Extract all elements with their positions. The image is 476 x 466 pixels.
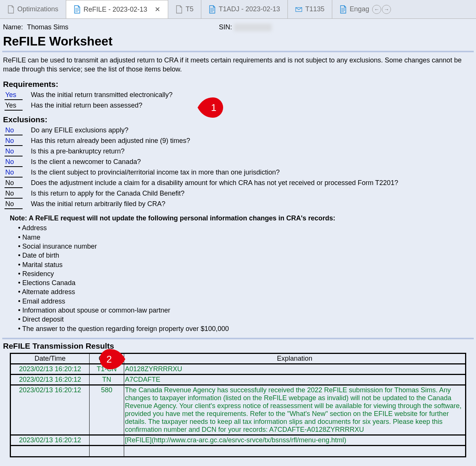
answer-field[interactable]: No <box>5 147 23 156</box>
note-item: Residency <box>18 269 472 278</box>
col-datetime: Date/Time <box>11 353 90 364</box>
cell-explanation: A0128ZYRRRRXU <box>124 364 466 374</box>
note-heading: Note: A ReFILE request will not update t… <box>10 214 335 222</box>
svg-text:2: 2 <box>106 354 112 365</box>
answer-field[interactable]: No <box>5 158 23 167</box>
tab-optimizations[interactable]: Optimizations <box>0 0 66 18</box>
cell-explanation: A7CDAFTE <box>124 374 466 385</box>
note-item: The answer to the question regarding for… <box>18 324 472 333</box>
cell-code <box>90 435 124 445</box>
note-item: Address <box>18 223 472 232</box>
tab-label: ReFILE - 2023-02-13 <box>84 6 147 14</box>
note-item: Date of birth <box>18 251 472 260</box>
document-icon <box>176 5 182 14</box>
note-item: Direct deposit <box>18 315 472 324</box>
note-item: Elections Canada <box>18 278 472 287</box>
cell-datetime: 2023/02/13 16:20:12 <box>11 364 90 374</box>
tab-t1135[interactable]: T1135 <box>288 0 332 18</box>
results-table: Date/Time Code Explanation 2023/02/13 16… <box>10 353 466 457</box>
tab-next-button[interactable]: → <box>382 5 391 14</box>
divider <box>2 51 474 52</box>
table-row: 2023/02/13 16:20:12[ReFILE](http://www.c… <box>11 435 466 445</box>
answer-field: No <box>5 179 23 188</box>
answer-field: No <box>5 190 23 199</box>
tab-label: T1135 <box>305 5 324 13</box>
name-value: Thomas Sims <box>27 23 68 31</box>
answer-field: No <box>5 200 23 209</box>
cell-datetime: 2023/02/13 16:20:12 <box>11 435 90 445</box>
note-item: Information about spouse or common-law p… <box>18 306 472 315</box>
table-row: 2023/02/13 16:20:12TNA7CDAFTE <box>11 374 466 385</box>
annotation-marker-2: 2 <box>97 348 126 370</box>
table-row: 2023/02/13 16:20:12580The Canada Revenue… <box>11 385 466 435</box>
note-item: Social insurance number <box>18 242 472 251</box>
question-text: Was the initial return transmitted elect… <box>31 91 173 99</box>
question-text: Has this return already been adjusted ni… <box>31 137 190 145</box>
cell-explanation: The Canada Revenue Agency has successful… <box>124 385 466 435</box>
cell-code: TN <box>90 374 124 385</box>
sin-label: SIN: <box>219 23 232 31</box>
exclusions-heading: Exclusions: <box>3 115 474 124</box>
question-row: YesHas the initial return been assessed? <box>2 101 474 111</box>
tab-t5[interactable]: T5 <box>168 0 201 18</box>
document-icon <box>8 5 14 14</box>
tab-t1adj[interactable]: T1ADJ - 2023-02-13 <box>201 0 288 18</box>
tab-label: T1ADJ - 2023-02-13 <box>219 5 280 13</box>
question-text: Does the adjustment include a claim for … <box>31 179 398 187</box>
question-row: YesWas the initial return transmitted el… <box>2 90 474 101</box>
answer-field: Yes <box>5 102 23 111</box>
question-text: Is the client subject to provincial/terr… <box>31 168 280 176</box>
divider <box>2 338 474 339</box>
cell-datetime: 2023/02/13 16:20:12 <box>11 385 90 435</box>
answer-field[interactable]: No <box>5 126 23 135</box>
question-text: Is this return to apply for the Canada C… <box>31 190 184 197</box>
cell-code: 580 <box>90 385 124 435</box>
document-lines-icon <box>340 5 347 14</box>
tab-label: Engag <box>350 5 369 13</box>
question-row: NoIs the client a newcomer to Canada? <box>2 157 474 168</box>
table-row: 2023/02/13 16:20:12T1-CNA0128ZYRRRRXU <box>11 364 466 374</box>
question-text: Do any EFILE exclusions apply? <box>31 126 128 134</box>
answer-field[interactable]: No <box>5 137 23 146</box>
question-row: NoIs this a pre-bankruptcy return? <box>2 147 474 157</box>
question-row: NoDoes the adjustment include a claim fo… <box>2 178 474 189</box>
requirements-heading: Requirements: <box>3 80 474 89</box>
note-item: Name <box>18 233 472 242</box>
tab-label: T5 <box>186 5 193 13</box>
annotation-marker-1: 1 <box>196 97 226 118</box>
question-row: NoDo any EFILE exclusions apply? <box>2 126 474 136</box>
name-label: Name: <box>3 23 23 31</box>
note-item: Alternate address <box>18 287 472 296</box>
envelope-icon <box>295 5 302 14</box>
tab-label: Optimizations <box>17 5 58 13</box>
tab-prev-button[interactable]: ← <box>372 5 381 14</box>
tab-engag[interactable]: Engag <box>332 0 371 18</box>
document-lines-icon <box>209 5 216 14</box>
answer-field[interactable]: Yes <box>5 91 23 100</box>
question-text: Has the initial return been assessed? <box>31 102 142 109</box>
question-text: Is this a pre-bankruptcy return? <box>31 147 125 155</box>
col-explanation: Explanation <box>124 353 466 364</box>
close-icon[interactable]: ✕ <box>155 5 160 14</box>
tab-refile[interactable]: ReFILE - 2023-02-13 ✕ <box>66 0 168 18</box>
tab-bar: Optimizations ReFILE - 2023-02-13 ✕ T5 T… <box>0 0 476 19</box>
table-row <box>11 445 466 457</box>
svg-text:1: 1 <box>211 102 216 113</box>
tab-nav: ← → <box>371 0 394 18</box>
cell-explanation: [ReFILE](http://www.cra-arc.gc.ca/esrvc-… <box>124 435 466 445</box>
question-row: NoHas this return already been adjusted … <box>2 136 474 147</box>
page-title: ReFILE Worksheet <box>3 34 474 49</box>
note-item: Email address <box>18 297 472 306</box>
question-text: Was the initial return arbitrarily filed… <box>31 200 165 208</box>
note-list: AddressNameSocial insurance numberDate o… <box>10 223 472 333</box>
results-heading: ReFILE Transmission Results <box>3 342 474 351</box>
question-row: NoIs the client subject to provincial/te… <box>2 168 474 178</box>
question-row: NoIs this return to apply for the Canada… <box>2 189 474 199</box>
document-lines-icon <box>74 5 81 14</box>
question-text: Is the client a newcomer to Canada? <box>31 158 141 166</box>
note-item: Marital status <box>18 260 472 269</box>
answer-field[interactable]: No <box>5 168 23 178</box>
question-row: NoWas the initial return arbitrarily fil… <box>2 199 474 210</box>
header-row: Name: Thomas Sims SIN: <box>2 21 474 32</box>
intro-text: ReFILE can be used to transmit an adjust… <box>2 55 474 76</box>
